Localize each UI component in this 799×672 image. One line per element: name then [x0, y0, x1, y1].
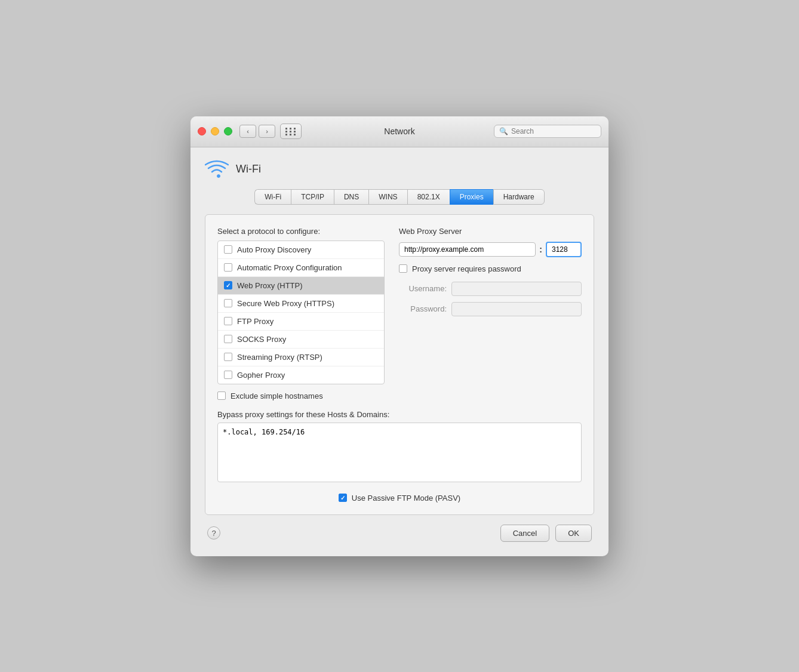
titlebar: ‹ › Network 🔍 — [190, 116, 609, 147]
web-proxy-http-checkbox[interactable] — [224, 281, 232, 289]
maximize-button[interactable] — [224, 127, 232, 135]
main-panel: Select a protocol to configure: Auto Pro… — [205, 214, 594, 515]
bypass-section: Bypass proxy settings for these Hosts & … — [217, 410, 582, 484]
socks-proxy-label: SOCKS Proxy — [237, 335, 286, 344]
exclude-hostnames-label: Exclude simple hostnames — [231, 392, 323, 400]
username-row: Username: — [399, 282, 582, 296]
search-input[interactable] — [511, 127, 596, 135]
password-field-label: Password: — [399, 304, 447, 313]
traffic-lights — [198, 127, 232, 135]
wifi-header: Wi-Fi — [205, 159, 594, 180]
tab-wins[interactable]: WINS — [368, 189, 407, 205]
gopher-proxy-label: Gopher Proxy — [237, 371, 285, 380]
socks-proxy-checkbox[interactable] — [224, 335, 232, 343]
bypass-label: Bypass proxy settings for these Hosts & … — [217, 410, 582, 419]
ftp-proxy-checkbox[interactable] — [224, 317, 232, 325]
exclude-hostnames-checkbox[interactable] — [217, 392, 226, 400]
secure-web-proxy-label: Secure Web Proxy (HTTPS) — [237, 299, 334, 308]
auto-proxy-discovery-label: Auto Proxy Discovery — [237, 245, 311, 254]
wifi-label: Wi-Fi — [236, 163, 261, 175]
proxy-requires-password-checkbox[interactable] — [399, 264, 407, 273]
tab-proxies[interactable]: Proxies — [450, 189, 493, 205]
action-buttons: Cancel OK — [500, 525, 592, 542]
port-input[interactable] — [546, 242, 582, 257]
nav-buttons: ‹ › — [239, 125, 275, 138]
ok-button[interactable]: OK — [555, 525, 592, 542]
automatic-proxy-config-label: Automatic Proxy Configuration — [237, 263, 342, 272]
list-item[interactable]: FTP Proxy — [218, 313, 384, 331]
bottom-bar: ? Cancel OK — [205, 525, 594, 542]
tab-8021x[interactable]: 802.1X — [407, 189, 450, 205]
web-proxy-http-label: Web Proxy (HTTP) — [237, 281, 303, 290]
list-item-selected[interactable]: Web Proxy (HTTP) — [218, 277, 384, 295]
help-button[interactable]: ? — [207, 526, 220, 540]
bypass-textarea[interactable]: *.local, 169.254/16 — [217, 423, 582, 482]
forward-button[interactable]: › — [259, 125, 275, 138]
grid-icon — [285, 128, 297, 135]
forward-icon: › — [266, 128, 268, 135]
cancel-button[interactable]: Cancel — [500, 525, 549, 542]
colon-separator: : — [539, 245, 542, 254]
tabs-bar: Wi-Fi TCP/IP DNS WINS 802.1X Proxies Har… — [205, 189, 594, 205]
password-field-input[interactable] — [451, 302, 582, 316]
list-item[interactable]: Auto Proxy Discovery — [218, 241, 384, 259]
username-input[interactable] — [451, 282, 582, 296]
window-title: Network — [384, 127, 414, 136]
password-row: Proxy server requires password — [399, 264, 582, 273]
pasv-row: Use Passive FTP Mode (PASV) — [217, 494, 582, 503]
username-label: Username: — [399, 284, 447, 293]
tab-dns[interactable]: DNS — [334, 189, 368, 205]
back-button[interactable]: ‹ — [239, 125, 256, 138]
streaming-proxy-checkbox[interactable] — [224, 353, 232, 361]
network-window: ‹ › Network 🔍 — [190, 116, 609, 556]
wifi-icon — [205, 159, 229, 180]
minimize-button[interactable] — [211, 127, 219, 135]
gopher-proxy-checkbox[interactable] — [224, 371, 232, 379]
list-item[interactable]: Secure Web Proxy (HTTPS) — [218, 295, 384, 313]
exclude-row: Exclude simple hostnames — [217, 392, 385, 400]
list-item[interactable]: Gopher Proxy — [218, 366, 384, 384]
content-area: Wi-Fi Wi-Fi TCP/IP DNS WINS 802.1X Proxi… — [190, 147, 609, 556]
proxy-server-row: : — [399, 242, 582, 257]
pasv-label: Use Passive FTP Mode (PASV) — [352, 494, 460, 503]
left-column: Select a protocol to configure: Auto Pro… — [217, 227, 385, 400]
panel-inner: Select a protocol to configure: Auto Pro… — [217, 227, 582, 400]
tab-wifi[interactable]: Wi-Fi — [254, 189, 291, 205]
list-item[interactable]: Automatic Proxy Configuration — [218, 259, 384, 277]
right-column: Web Proxy Server : Proxy server requires… — [399, 227, 582, 400]
proxy-requires-password-label: Proxy server requires password — [412, 264, 521, 273]
list-item[interactable]: SOCKS Proxy — [218, 331, 384, 349]
streaming-proxy-label: Streaming Proxy (RTSP) — [237, 353, 322, 362]
search-icon: 🔍 — [499, 127, 508, 135]
search-box[interactable]: 🔍 — [494, 125, 601, 138]
tab-hardware[interactable]: Hardware — [493, 189, 545, 205]
close-button[interactable] — [198, 127, 206, 135]
protocol-list: Auto Proxy Discovery Automatic Proxy Con… — [217, 241, 385, 384]
list-item[interactable]: Streaming Proxy (RTSP) — [218, 349, 384, 366]
automatic-proxy-config-checkbox[interactable] — [224, 263, 232, 272]
back-icon: ‹ — [247, 128, 249, 135]
secure-web-proxy-checkbox[interactable] — [224, 299, 232, 307]
proxy-server-title: Web Proxy Server — [399, 227, 582, 236]
tab-tcpip[interactable]: TCP/IP — [291, 189, 334, 205]
pasv-checkbox[interactable] — [339, 494, 347, 502]
proxy-url-input[interactable] — [399, 242, 536, 257]
grid-button[interactable] — [280, 124, 302, 139]
protocol-section-label: Select a protocol to configure: — [217, 227, 385, 236]
password-field-row: Password: — [399, 302, 582, 316]
ftp-proxy-label: FTP Proxy — [237, 317, 273, 326]
auto-proxy-discovery-checkbox[interactable] — [224, 245, 232, 254]
